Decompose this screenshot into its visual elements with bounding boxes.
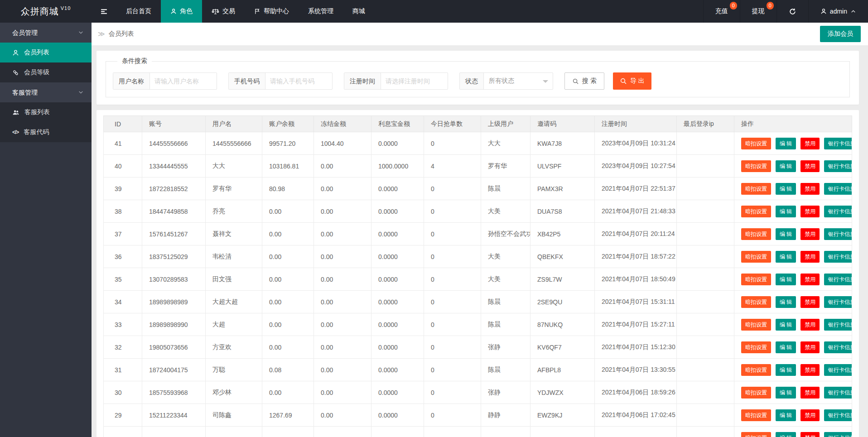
status-field-group: 状态 所有状态: [459, 72, 553, 90]
bank-card-info-button[interactable]: 银行卡信息: [824, 228, 852, 240]
bank-card-info-button[interactable]: 银行卡信息: [824, 296, 852, 308]
deduct-settings-button[interactable]: 暗扣设置: [741, 387, 771, 399]
deduct-settings-button[interactable]: 暗扣设置: [741, 296, 771, 308]
sidebar-section-service-mgmt[interactable]: 客服管理: [0, 82, 92, 102]
status-select[interactable]: 所有状态: [484, 73, 553, 89]
bank-card-info-button[interactable]: 银行卡信息: [824, 364, 852, 376]
disable-button[interactable]: 禁用: [800, 206, 820, 217]
edit-button[interactable]: 编 辑: [776, 341, 796, 353]
add-member-button[interactable]: 添加会员: [820, 26, 861, 42]
nav-item-system[interactable]: 系统管理: [299, 0, 343, 23]
bank-card-info-button[interactable]: 银行卡信息: [824, 274, 852, 285]
disable-button[interactable]: 禁用: [800, 228, 820, 240]
edit-button[interactable]: 编 辑: [776, 387, 796, 399]
collapse-menu-button[interactable]: [92, 0, 116, 23]
bank-card-info-button[interactable]: 银行卡信息: [824, 160, 852, 172]
bank-card-info-button[interactable]: 银行卡信息: [824, 251, 852, 263]
refresh-button[interactable]: [776, 0, 808, 23]
edit-button[interactable]: 编 辑: [776, 160, 796, 172]
disable-button[interactable]: 禁用: [800, 138, 820, 149]
deduct-settings-button[interactable]: 暗扣设置: [741, 228, 771, 240]
nav-item-mall[interactable]: 商城: [343, 0, 375, 23]
edit-button[interactable]: 编 辑: [776, 409, 796, 421]
nav-item-help-center[interactable]: 帮助中心: [245, 0, 299, 23]
search-button[interactable]: 搜 索: [564, 72, 604, 90]
bank-card-info-button[interactable]: 银行卡信息: [824, 319, 852, 331]
edit-button[interactable]: 编 辑: [776, 251, 796, 263]
deduct-settings-button[interactable]: 暗扣设置: [741, 432, 771, 437]
table-row: 41 14455556666 14455556666 99571.20 1004…: [104, 132, 852, 155]
sidebar-section-member-mgmt[interactable]: 会员管理: [0, 23, 92, 43]
edit-button[interactable]: 编 辑: [776, 206, 796, 217]
edit-button[interactable]: 编 辑: [776, 319, 796, 331]
deduct-settings-button[interactable]: 暗扣设置: [741, 160, 771, 172]
disable-button[interactable]: 禁用: [800, 251, 820, 263]
deduct-settings-button[interactable]: 暗扣设置: [741, 274, 771, 285]
cell-invite-code: PAMX3R: [530, 178, 595, 200]
flag-icon: [254, 8, 260, 14]
phone-input[interactable]: [265, 73, 332, 89]
sidebar-item-member-list[interactable]: 会员列表: [0, 43, 92, 62]
bank-card-info-button[interactable]: 银行卡信息: [824, 183, 852, 195]
export-button[interactable]: 导 出: [613, 72, 651, 90]
cell-balance: 0.00: [262, 313, 314, 336]
edit-button[interactable]: 编 辑: [776, 364, 796, 376]
bank-card-info-button[interactable]: 银行卡信息: [824, 341, 852, 353]
disable-button[interactable]: 禁用: [800, 364, 820, 376]
cell-id: 37: [104, 223, 142, 245]
cell-last-login-ip: [677, 268, 734, 291]
recharge-button[interactable]: 充值 0: [703, 0, 740, 23]
col-balance: 账户余额: [262, 116, 314, 132]
edit-button[interactable]: 编 辑: [776, 432, 796, 437]
deduct-settings-button[interactable]: 暗扣设置: [741, 183, 771, 195]
col-today-orders: 今日抢单数: [424, 116, 481, 132]
edit-button[interactable]: 编 辑: [776, 138, 796, 149]
nav-item-home[interactable]: 后台首页: [116, 0, 161, 23]
disable-button[interactable]: 禁用: [800, 160, 820, 172]
app-logo: 众拼商城 V10: [0, 0, 92, 23]
sidebar-item-service-list[interactable]: 客服列表: [0, 102, 92, 122]
disable-button[interactable]: 禁用: [800, 296, 820, 308]
nav-item-trade[interactable]: 交易: [202, 0, 245, 23]
username-input[interactable]: [150, 73, 217, 89]
bank-card-info-button[interactable]: 银行卡信息: [824, 432, 852, 437]
bank-card-info-button[interactable]: 银行卡信息: [824, 138, 852, 149]
deduct-settings-button[interactable]: 暗扣设置: [741, 138, 771, 149]
cell-interest: 0.0000: [371, 223, 424, 245]
disable-button[interactable]: 禁用: [800, 274, 820, 285]
disable-button[interactable]: 禁用: [800, 409, 820, 421]
cell-interest: 1000.0000: [371, 155, 424, 178]
disable-button[interactable]: 禁用: [800, 341, 820, 353]
edit-button[interactable]: 编 辑: [776, 183, 796, 195]
bank-card-info-button[interactable]: 银行卡信息: [824, 409, 852, 421]
page-title: 会员列表: [109, 30, 134, 38]
nav-item-roles[interactable]: 角色: [161, 0, 202, 23]
deduct-settings-button[interactable]: 暗扣设置: [741, 341, 771, 353]
deduct-settings-button[interactable]: 暗扣设置: [741, 206, 771, 217]
edit-button[interactable]: 编 辑: [776, 274, 796, 285]
deduct-settings-button[interactable]: 暗扣设置: [741, 409, 771, 421]
cell-frozen: 0.00: [314, 155, 371, 178]
user-menu[interactable]: admin: [808, 0, 868, 23]
col-actions: 操作: [734, 116, 852, 132]
sidebar-item-member-level[interactable]: 会员等级: [0, 62, 92, 82]
deduct-settings-button[interactable]: 暗扣设置: [741, 364, 771, 376]
deduct-settings-button[interactable]: 暗扣设置: [741, 251, 771, 263]
disable-button[interactable]: 禁用: [800, 432, 820, 437]
edit-button[interactable]: 编 辑: [776, 228, 796, 240]
withdraw-button[interactable]: 提现 0: [740, 0, 776, 23]
regtime-input[interactable]: [381, 73, 448, 89]
bank-card-info-button[interactable]: 银行卡信息: [824, 206, 852, 217]
disable-button[interactable]: 禁用: [800, 183, 820, 195]
cell-parent-user: 陈晨: [481, 178, 530, 200]
cell-balance: 80.98: [262, 178, 314, 200]
edit-button[interactable]: 编 辑: [776, 296, 796, 308]
cell-parent-user: 静静: [481, 404, 530, 427]
cell-balance: 0.00: [262, 223, 314, 245]
sidebar-item-service-code[interactable]: </> 客服代码: [0, 122, 92, 142]
disable-button[interactable]: 禁用: [800, 387, 820, 399]
deduct-settings-button[interactable]: 暗扣设置: [741, 319, 771, 331]
bank-card-info-button[interactable]: 银行卡信息: [824, 387, 852, 399]
cell-id: 39: [104, 178, 142, 200]
disable-button[interactable]: 禁用: [800, 319, 820, 331]
